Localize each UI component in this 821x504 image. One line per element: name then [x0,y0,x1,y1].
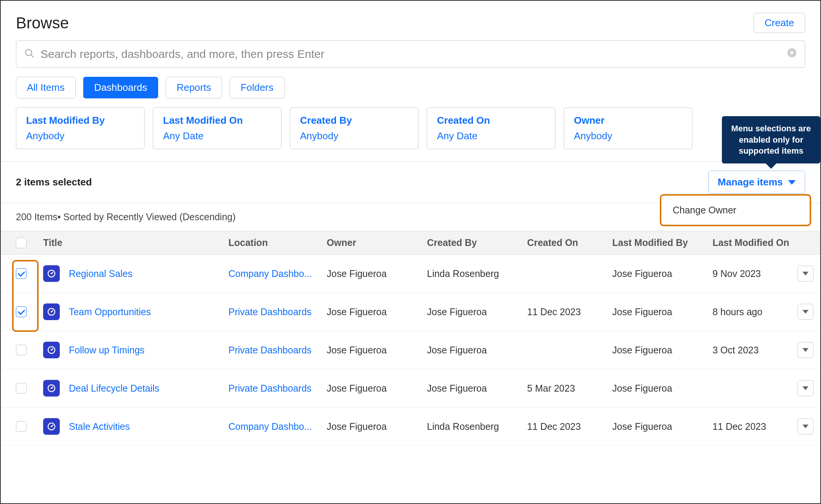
table-row: Stale ActivitiesCompany Dashbo...Jose Fi… [1,408,820,446]
filter-owner[interactable]: OwnerAnybody [564,107,692,149]
row-created-on: 11 Dec 2023 [527,421,612,432]
row-created-by: Jose Figueroa [427,306,527,317]
row-actions-button[interactable] [798,304,813,320]
table-row: Regional SalesCompany Dashbo...Jose Figu… [1,255,820,293]
filter-label: Last Modified On [163,115,271,126]
filter-label: Created By [300,115,408,126]
chevron-down-icon [802,272,809,275]
row-location-link[interactable]: Private Dashboards [229,383,327,394]
row-owner: Jose Figueroa [327,306,427,317]
row-location-link[interactable]: Private Dashboards [229,345,327,356]
col-modified-by[interactable]: Last Modified By [612,237,712,248]
manage-items-button[interactable]: Manage items [708,171,805,194]
row-modified-by: Jose Figueroa [612,421,712,432]
manage-items-label: Manage items [718,176,783,188]
row-created-by: Jose Figueroa [427,383,527,394]
dashboard-icon [43,418,60,435]
tab-all-items[interactable]: All Items [16,77,76,98]
table-row: Deal Lifecycle DetailsPrivate Dashboards… [1,369,820,408]
svg-point-4 [51,273,52,274]
row-modified-on: 8 hours ago [712,306,798,317]
row-modified-by: Jose Figueroa [612,268,712,279]
filter-value: Anybody [574,130,682,142]
row-owner: Jose Figueroa [327,383,427,394]
table-row: Follow up TimingsPrivate DashboardsJose … [1,331,820,369]
clear-icon[interactable] [787,48,797,61]
search-input[interactable] [16,40,805,68]
svg-point-8 [51,349,52,351]
filter-label: Last Modified By [26,115,134,126]
row-created-by: Linda Rosenberg [427,421,527,432]
svg-point-12 [51,426,52,427]
row-actions-button[interactable] [798,418,813,434]
page-title: Browse [16,14,69,32]
chevron-down-icon [802,386,809,390]
row-checkbox[interactable] [16,421,26,432]
row-actions-button[interactable] [798,342,813,358]
row-owner: Jose Figueroa [327,421,427,432]
row-checkbox[interactable] [16,383,26,394]
table-header: Title Location Owner Created By Created … [1,231,820,255]
select-all-checkbox[interactable] [16,238,26,248]
selection-count: 2 items selected [16,176,92,188]
row-title-link[interactable]: Deal Lifecycle Details [69,383,159,394]
chevron-down-icon [802,425,809,428]
tab-dashboards[interactable]: Dashboards [83,77,158,98]
svg-point-0 [26,50,32,56]
filter-label: Owner [574,115,682,126]
filter-value: Any Date [163,130,271,142]
dashboard-icon [43,303,60,320]
svg-point-10 [51,387,52,389]
row-location-link[interactable]: Company Dashbo... [229,268,327,279]
filter-value: Anybody [26,130,134,142]
dashboard-icon [43,265,60,282]
row-title-link[interactable]: Stale Activities [69,421,130,432]
row-modified-by: Jose Figueroa [612,383,712,394]
tab-folders[interactable]: Folders [230,77,285,98]
col-location[interactable]: Location [229,237,327,248]
filter-value: Anybody [300,130,408,142]
row-checkbox[interactable] [16,268,26,279]
filter-label: Created On [437,115,545,126]
row-modified-by: Jose Figueroa [612,306,712,317]
svg-line-1 [31,55,34,58]
row-title-link[interactable]: Team Opportunities [69,306,151,317]
chevron-down-icon [802,310,809,314]
search-icon [24,48,35,60]
row-actions-button[interactable] [798,380,813,396]
col-modified-on[interactable]: Last Modified On [712,237,798,248]
svg-point-6 [51,311,52,313]
row-created-by: Jose Figueroa [427,345,527,356]
filter-last-modified-on[interactable]: Last Modified OnAny Date [153,107,281,149]
col-created-on[interactable]: Created On [527,237,612,248]
row-location-link[interactable]: Private Dashboards [229,306,327,317]
col-owner[interactable]: Owner [327,237,427,248]
row-actions-button[interactable] [798,266,813,282]
manage-tooltip: Menu selections are enabled only for sup… [722,116,820,163]
row-modified-by: Jose Figueroa [612,345,712,356]
filter-created-by[interactable]: Created ByAnybody [290,107,418,149]
chevron-down-icon [802,348,809,352]
dashboard-icon [43,380,60,397]
row-title-link[interactable]: Follow up Timings [69,345,145,356]
row-checkbox[interactable] [16,306,26,317]
col-title[interactable]: Title [43,237,229,248]
row-owner: Jose Figueroa [327,345,427,356]
chevron-down-icon [788,180,796,185]
filter-last-modified-by[interactable]: Last Modified ByAnybody [16,107,145,149]
filter-created-on[interactable]: Created OnAny Date [427,107,555,149]
row-modified-on: 9 Nov 2023 [712,268,798,279]
manage-items-menu[interactable]: Change Owner [660,194,811,226]
row-modified-on: 11 Dec 2023 [712,421,798,432]
col-created-by[interactable]: Created By [427,237,527,248]
row-checkbox[interactable] [16,345,26,355]
menu-option-change-owner[interactable]: Change Owner [673,205,798,216]
create-button[interactable]: Create [754,13,805,33]
row-modified-on: 3 Oct 2023 [712,345,798,356]
row-created-by: Linda Rosenberg [427,268,527,279]
tab-reports[interactable]: Reports [166,77,222,98]
table-row: Team OpportunitiesPrivate DashboardsJose… [1,293,820,331]
row-location-link[interactable]: Company Dashbo... [229,421,327,432]
row-owner: Jose Figueroa [327,268,427,279]
row-title-link[interactable]: Regional Sales [69,268,132,279]
